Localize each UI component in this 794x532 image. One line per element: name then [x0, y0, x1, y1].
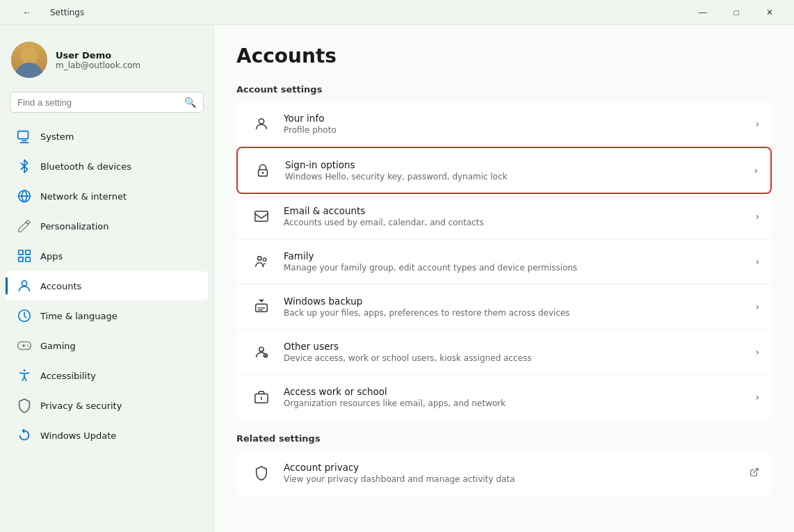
- sidebar-item-privacy-label: Privacy & security: [40, 401, 122, 411]
- back-button[interactable]: ←: [11, 3, 43, 22]
- sidebar-item-system-label: System: [40, 131, 74, 142]
- sidebar-item-bluetooth[interactable]: Bluetooth & devices: [6, 152, 208, 181]
- svg-rect-1: [22, 140, 26, 141]
- apps-icon: [17, 248, 32, 264]
- family-icon: [249, 249, 274, 274]
- gaming-icon: [17, 338, 32, 353]
- svg-point-9: [22, 281, 26, 286]
- sidebar-item-network-label: Network & internet: [40, 191, 127, 202]
- family-desc: Manage your family group, edit account t…: [284, 263, 755, 273]
- related-settings-section-title: Related settings: [236, 433, 772, 444]
- your-info-desc: Profile photo: [284, 125, 755, 135]
- backup-title: Windows backup: [284, 296, 755, 307]
- your-info-icon: [249, 111, 274, 136]
- work-chevron: ›: [755, 392, 759, 403]
- svg-point-24: [259, 347, 264, 351]
- sign-in-chevron: ›: [754, 165, 758, 176]
- sidebar-item-update[interactable]: Windows Update: [6, 421, 208, 450]
- sidebar-item-accounts[interactable]: Accounts: [6, 271, 208, 300]
- other-users-icon: [249, 339, 274, 364]
- svg-rect-6: [26, 250, 30, 255]
- minimize-button[interactable]: —: [687, 3, 719, 22]
- user-name: User Demo: [56, 50, 140, 61]
- email-chevron: ›: [755, 211, 759, 222]
- page-title: Accounts: [236, 45, 772, 67]
- sidebar-item-time-label: Time & language: [40, 311, 118, 321]
- sidebar-item-accessibility-label: Accessibility: [40, 371, 96, 381]
- svg-point-19: [262, 172, 264, 174]
- sidebar-item-system[interactable]: System: [6, 122, 208, 151]
- access-work-item[interactable]: Access work or school Organization resou…: [236, 375, 772, 419]
- sidebar-item-personalization[interactable]: Personalization: [6, 211, 208, 241]
- your-info-title: Your info: [284, 113, 755, 124]
- search-input[interactable]: [17, 97, 179, 108]
- work-title: Access work or school: [284, 386, 755, 397]
- title-bar-title: Settings: [50, 8, 84, 17]
- email-accounts-item[interactable]: Email & accounts Accounts used by email,…: [236, 194, 772, 239]
- privacy-icon: [17, 398, 32, 413]
- search-icon: 🔍: [184, 97, 196, 108]
- user-info: User Demo m_lab@outlook.com: [56, 50, 140, 70]
- account-settings-group: Your info Profile photo › Sign-in option…: [236, 102, 772, 419]
- user-profile: User Demo m_lab@outlook.com: [0, 36, 213, 92]
- account-privacy-title: Account privacy: [284, 462, 750, 473]
- search-box[interactable]: 🔍: [10, 92, 204, 113]
- other-users-item[interactable]: Other users Device access, work or schoo…: [236, 330, 772, 375]
- sidebar-item-apps[interactable]: Apps: [6, 241, 208, 271]
- svg-line-30: [754, 468, 758, 472]
- backup-chevron: ›: [755, 301, 759, 312]
- account-privacy-item[interactable]: Account privacy View your privacy dashbo…: [236, 451, 772, 495]
- account-privacy-text: Account privacy View your privacy dashbo…: [284, 462, 750, 484]
- title-bar-left: ← Settings: [11, 3, 84, 22]
- sidebar-item-time[interactable]: Time & language: [6, 301, 208, 330]
- account-privacy-desc: View your privacy dashboard and manage a…: [284, 474, 750, 484]
- title-bar-controls: — □ ✕: [687, 3, 786, 22]
- work-icon: [249, 385, 274, 410]
- svg-rect-5: [19, 250, 23, 255]
- svg-point-15: [28, 346, 29, 347]
- other-users-title: Other users: [284, 341, 755, 352]
- time-icon: [17, 308, 32, 323]
- sidebar-item-privacy[interactable]: Privacy & security: [6, 391, 208, 420]
- other-users-desc: Device access, work or school users, kio…: [284, 353, 755, 363]
- sidebar-item-network[interactable]: Network & internet: [6, 182, 208, 211]
- update-icon: [17, 428, 32, 443]
- family-item[interactable]: Family Manage your family group, edit ac…: [236, 239, 772, 284]
- close-button[interactable]: ✕: [754, 3, 786, 22]
- network-icon: [17, 188, 32, 204]
- svg-rect-20: [255, 211, 268, 222]
- system-icon: [17, 129, 32, 144]
- your-info-text: Your info Profile photo: [284, 113, 755, 135]
- email-text: Email & accounts Accounts used by email,…: [284, 205, 755, 227]
- your-info-chevron: ›: [755, 118, 759, 129]
- personalization-icon: [17, 218, 32, 234]
- work-desc: Organization resources like email, apps,…: [284, 398, 755, 408]
- family-title: Family: [284, 250, 755, 261]
- family-chevron: ›: [755, 256, 759, 267]
- svg-point-16: [24, 369, 26, 371]
- your-info-item[interactable]: Your info Profile photo ›: [236, 102, 772, 147]
- sign-in-title: Sign-in options: [285, 159, 754, 170]
- account-settings-section-title: Account settings: [236, 84, 772, 95]
- sidebar-item-gaming[interactable]: Gaming: [6, 331, 208, 360]
- sidebar-nav: System Bluetooth & devices: [0, 121, 213, 451]
- sign-in-options-item[interactable]: Sign-in options Windows Hello, security …: [236, 147, 772, 194]
- sidebar-item-update-label: Windows Update: [40, 430, 116, 441]
- svg-point-22: [263, 258, 266, 261]
- account-privacy-external-icon: [750, 467, 759, 479]
- backup-icon: [249, 294, 274, 319]
- sidebar-item-gaming-label: Gaming: [40, 341, 76, 351]
- sidebar-item-accounts-label: Accounts: [40, 281, 81, 291]
- windows-backup-item[interactable]: Windows backup Back up your files, apps,…: [236, 284, 772, 330]
- main-content: Accounts Account settings Your info Prof…: [214, 25, 794, 532]
- svg-point-14: [26, 344, 28, 346]
- app-body: User Demo m_lab@outlook.com 🔍 System: [0, 25, 794, 532]
- maximize-button[interactable]: □: [720, 3, 752, 22]
- account-privacy-icon: [249, 460, 274, 485]
- backup-text: Windows backup Back up your files, apps,…: [284, 296, 755, 318]
- sidebar-item-apps-label: Apps: [40, 251, 63, 261]
- sidebar: User Demo m_lab@outlook.com 🔍 System: [0, 25, 214, 532]
- other-users-chevron: ›: [755, 346, 759, 357]
- sign-in-desc: Windows Hello, security key, password, d…: [285, 172, 754, 182]
- sidebar-item-accessibility[interactable]: Accessibility: [6, 361, 208, 390]
